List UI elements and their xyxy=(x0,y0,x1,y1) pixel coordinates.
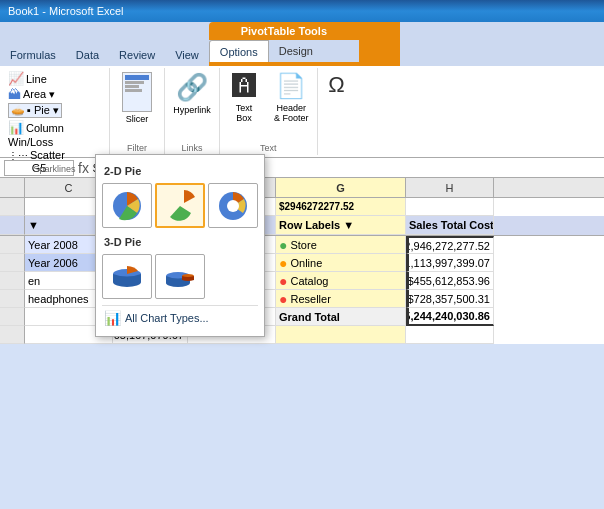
row-extra: $305,167,079.67 xyxy=(0,326,604,344)
scatter-icon: ⋮⋯ xyxy=(8,150,28,161)
line-icon: 📈 xyxy=(8,71,24,86)
winloss-label: Win/Loss xyxy=(8,136,53,148)
tab-review[interactable]: Review xyxy=(109,44,165,66)
all-chart-types-label: All Chart Types... xyxy=(125,312,209,324)
rownum-reseller xyxy=(0,290,25,308)
rownum-catalog xyxy=(0,272,25,290)
catalog-dot: ● xyxy=(279,273,287,289)
3d-chart-grid xyxy=(102,250,258,303)
rownum-1 xyxy=(0,198,25,216)
pie-chart-thumb-2[interactable] xyxy=(155,183,205,228)
cell-reseller-label[interactable]: ●Reseller xyxy=(276,290,406,308)
cell-online-value[interactable]: $1,113,997,399.07 xyxy=(406,254,494,272)
row-store: Year 2008 $150,703,104.28 ●Store $2,946,… xyxy=(0,236,604,254)
all-chart-types-icon: 📊 xyxy=(104,310,121,326)
cell-online-label[interactable]: ●Online xyxy=(276,254,406,272)
header-footer-label: Header& Footer xyxy=(274,103,309,123)
symbols-section: Ω xyxy=(318,68,356,155)
cell-extra-h xyxy=(406,326,494,344)
pivot-cost-header[interactable]: Sales Total Cost xyxy=(406,216,494,235)
column-icon: 📊 xyxy=(8,120,24,135)
header-footer-icon: 📄 xyxy=(276,72,306,101)
textbox-icon: 🅰 xyxy=(232,72,256,101)
filter-section: Slicer Filter xyxy=(110,68,165,155)
cell-store-label[interactable]: ●Store xyxy=(276,236,406,254)
hyperlink-icon: 🔗 xyxy=(176,72,208,103)
column-label: Column xyxy=(26,122,64,134)
links-section: 🔗 Hyperlink Links xyxy=(165,68,220,155)
cell-store-value[interactable]: $2,946,272,277.52 xyxy=(406,236,494,254)
scatter-label: Scatter xyxy=(30,149,65,161)
cell-catalog-value[interactable]: $455,612,853.96 xyxy=(406,272,494,290)
row-online: Year 2006 $64,628,514.00 ●Online $1,113,… xyxy=(0,254,604,272)
rownum-store xyxy=(0,236,25,254)
col-g-header[interactable]: G xyxy=(276,178,406,197)
pivot-header-row: ▼ Sales Amount Row Labels ▼ Sales Total … xyxy=(0,216,604,236)
tab-design[interactable]: Design xyxy=(269,40,323,62)
rownum-online xyxy=(0,254,25,272)
tab-options[interactable]: Options xyxy=(209,40,269,62)
tab-formulas[interactable]: Formulas xyxy=(0,44,66,66)
rownum-gt xyxy=(0,308,25,326)
2d-chart-grid xyxy=(102,179,258,232)
sparklines-section: 📈 Line 🏔 Area ▾ 🥧 ▪ Pie ▾ 📊 Column Win/L… xyxy=(0,68,110,155)
pie-chart-thumb-3[interactable] xyxy=(208,183,258,228)
line-btn[interactable]: 📈 Line 🏔 Area ▾ 🥧 ▪ Pie ▾ 📊 Column Win/L… xyxy=(4,70,69,162)
omega-icon: Ω xyxy=(328,72,344,98)
3d-pie-thumb-2[interactable] xyxy=(155,254,205,299)
cell-grand-total-label[interactable]: Grand Total xyxy=(276,308,406,326)
row-num-header xyxy=(0,178,25,197)
text-section: 🅰 TextBox 📄 Header& Footer Text xyxy=(220,68,318,155)
col-headers: C E F G H xyxy=(0,178,604,198)
store-dot: ● xyxy=(279,237,287,253)
row-grand-total: $1,348,482,541.08 Grand Total $5,244,240… xyxy=(0,308,604,326)
3d-pie-thumb-1[interactable] xyxy=(102,254,152,299)
textbox-label: TextBox xyxy=(236,103,253,123)
slicer-label: Slicer xyxy=(126,114,149,124)
pivot-tools-label: PivotTable Tools xyxy=(209,22,359,40)
tab-view[interactable]: View xyxy=(165,44,209,66)
row-catalog: en $44,288,926.29 ●Catalog $455,612,853.… xyxy=(0,272,604,290)
cell-reseller-value[interactable]: $728,357,500.31 xyxy=(406,290,494,308)
slicer-icon xyxy=(122,72,152,112)
header-footer-btn[interactable]: 📄 Header& Footer xyxy=(270,70,313,125)
3d-pie-title: 3-D Pie xyxy=(102,232,258,250)
svg-point-2 xyxy=(227,200,239,212)
filter-label: Filter xyxy=(114,141,160,153)
title-bar: Book1 - Microsoft Excel xyxy=(0,0,604,22)
spreadsheet: C E F G H $2946272277.52 ▼ Sales Amount … xyxy=(0,178,604,344)
ribbon: 📈 Line 🏔 Area ▾ 🥧 ▪ Pie ▾ 📊 Column Win/L… xyxy=(0,66,604,158)
sparklines-label: Sparklines xyxy=(4,162,105,174)
area-label: Area ▾ xyxy=(23,88,55,101)
cell-grand-total-value[interactable]: $5,244,240,030.86 xyxy=(406,308,494,326)
reseller-dot: ● xyxy=(279,291,287,307)
row-reseller: headphones $41,785,663.99 ●Reseller $728… xyxy=(0,290,604,308)
textbox-btn[interactable]: 🅰 TextBox xyxy=(224,70,264,125)
col-h-header[interactable]: H xyxy=(406,178,494,197)
pivot-row-labels-header[interactable]: Row Labels ▼ xyxy=(276,216,406,235)
cell-g1[interactable]: $2946272277.52 xyxy=(276,198,406,216)
links-label: Links xyxy=(169,141,215,153)
rownum-h xyxy=(0,216,25,235)
line-label: Line xyxy=(26,73,47,85)
2d-pie-title: 2-D Pie xyxy=(102,161,258,179)
cell-catalog-label[interactable]: ●Catalog xyxy=(276,272,406,290)
title-text: Book1 - Microsoft Excel xyxy=(8,5,124,17)
area-icon: 🏔 xyxy=(8,87,21,102)
text-label: Text xyxy=(224,141,313,153)
cell-h1[interactable] xyxy=(406,198,494,216)
tab-data[interactable]: Data xyxy=(66,44,109,66)
all-chart-types-btn[interactable]: 📊 All Chart Types... xyxy=(102,305,258,330)
pie-label: ▪ Pie ▾ xyxy=(27,104,59,117)
chart-type-dropdown: 2-D Pie xyxy=(95,154,265,337)
slicer-btn[interactable]: Slicer xyxy=(118,70,156,126)
hyperlink-label: Hyperlink xyxy=(173,105,211,115)
cell-extra-g xyxy=(276,326,406,344)
online-dot: ● xyxy=(279,255,287,271)
row-1: $2946272277.52 xyxy=(0,198,604,216)
pie-icon: 🥧 xyxy=(11,104,25,117)
pie-chart-thumb-1[interactable] xyxy=(102,183,152,228)
omega-btn[interactable]: Ω xyxy=(322,70,352,100)
rownum-extra xyxy=(0,326,25,344)
hyperlink-btn[interactable]: 🔗 Hyperlink xyxy=(169,70,215,117)
